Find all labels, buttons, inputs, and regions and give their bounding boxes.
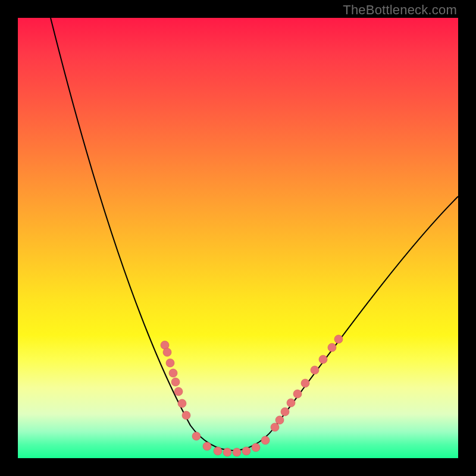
marker-dot: [192, 432, 201, 440]
plot-area: [18, 18, 458, 458]
marker-dot: [174, 387, 183, 396]
marker-dot: [169, 369, 177, 377]
outer-frame: TheBottleneck.com: [0, 0, 476, 476]
marker-dot: [233, 448, 241, 456]
marker-dot: [328, 343, 336, 352]
marker-dot: [287, 399, 295, 407]
marker-dot: [203, 442, 211, 450]
marker-dot: [261, 436, 270, 444]
marker-dot: [271, 423, 279, 431]
bottleneck-curve: [51, 18, 458, 450]
marker-dot: [171, 378, 180, 386]
marker-dot: [275, 416, 284, 424]
watermark-text: TheBottleneck.com: [343, 2, 457, 18]
marker-dot: [311, 366, 319, 374]
marker-dot: [293, 390, 302, 398]
marker-dot: [163, 348, 171, 356]
marker-dot: [301, 379, 309, 387]
chart-svg: [18, 18, 458, 458]
marker-dot: [334, 335, 343, 343]
marker-dot: [166, 359, 174, 367]
marker-dot: [319, 355, 327, 364]
marker-dot: [252, 443, 260, 452]
marker-dot: [281, 408, 289, 416]
marker-dot: [242, 447, 250, 455]
marker-dot: [223, 448, 231, 456]
marker-dot: [214, 447, 222, 455]
marker-dot: [182, 411, 190, 419]
marker-dot: [178, 399, 186, 408]
